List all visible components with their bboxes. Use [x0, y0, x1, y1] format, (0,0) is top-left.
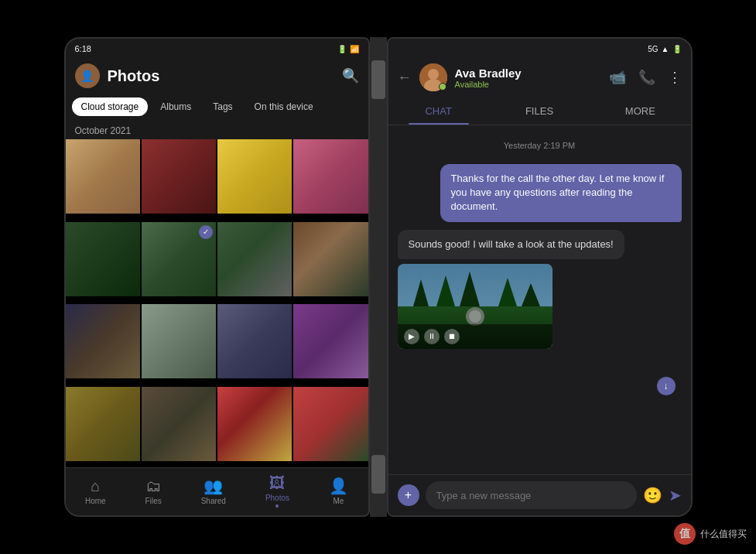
photo-cell[interactable]: [142, 387, 216, 461]
photo-cell[interactable]: [293, 222, 368, 296]
chat-area: Yesterday 2:19 PM Thanks for the call th…: [388, 125, 691, 474]
more-options-icon[interactable]: ⋮: [668, 69, 682, 86]
hinge-top-connector: [371, 60, 385, 99]
tab-albums[interactable]: Albums: [151, 97, 200, 116]
nav-photos-label: Photos: [265, 494, 289, 502]
nav-me-label: Me: [334, 497, 344, 505]
online-status-dot: [439, 83, 446, 91]
date-section: October 2021: [66, 119, 368, 139]
photo-cell[interactable]: [66, 139, 140, 214]
tab-more[interactable]: MORE: [590, 97, 690, 125]
svg-point-1: [428, 69, 439, 80]
photo-cell[interactable]: [217, 304, 292, 378]
message-sent: Thanks for the call the other day. Let m…: [440, 164, 682, 222]
chat-messages: Yesterday 2:19 PM Thanks for the call th…: [398, 135, 682, 439]
received-message-group: Sounds good! I will take a look at the u…: [398, 230, 682, 349]
pause-button[interactable]: ⏸: [424, 329, 440, 344]
stop-button[interactable]: ⏹: [444, 329, 460, 344]
photo-selected-check: ✓: [199, 225, 213, 239]
chat-add-button[interactable]: +: [398, 484, 419, 506]
nav-files[interactable]: 🗂 Files: [145, 477, 162, 505]
tab-files[interactable]: FILES: [489, 97, 590, 125]
contact-avatar-wrapper: [419, 63, 447, 91]
contact-name: Ava Bradley: [455, 67, 522, 80]
left-time: 6:18: [75, 44, 91, 53]
home-icon: ⌂: [91, 477, 100, 495]
photo-cell[interactable]: [217, 387, 292, 461]
photo-cell[interactable]: [293, 304, 368, 378]
teams-header-right: 📹 📞 ⋮: [609, 69, 682, 86]
play-button[interactable]: ▶: [404, 329, 419, 344]
photos-icon: 🖼: [269, 474, 285, 492]
left-status-icons: 🔋 📶: [337, 45, 359, 53]
voice-call-icon[interactable]: 📞: [638, 69, 655, 86]
scroll-down-indicator[interactable]: ↓: [657, 377, 676, 395]
photos-header: 👤 Photos 🔍: [66, 57, 368, 94]
right-wifi-icon: ▲: [662, 45, 669, 53]
photo-cell[interactable]: [66, 387, 140, 461]
message-timestamp: Yesterday 2:19 PM: [398, 141, 682, 150]
left-panel: 6:18 🔋 📶 👤 Photos 🔍 Cloud storage Albums…: [64, 37, 370, 517]
nav-home[interactable]: ⌂ Home: [85, 477, 106, 505]
photo-cell[interactable]: [66, 222, 140, 296]
video-call-icon[interactable]: 📹: [609, 69, 626, 86]
battery-icon: 🔋: [337, 45, 347, 53]
photo-cell[interactable]: [142, 139, 216, 214]
emoji-button[interactable]: 🙂: [643, 486, 662, 504]
contact-status: Available: [455, 80, 522, 89]
video-controls-overlay: ▶ ⏸ ⏹: [398, 324, 552, 349]
files-icon: 🗂: [145, 477, 161, 495]
nav-photos[interactable]: 🖼 Photos: [265, 474, 289, 508]
nav-shared[interactable]: 👥 Shared: [201, 477, 226, 505]
photo-grid: ✓: [66, 139, 368, 467]
photo-cell[interactable]: [293, 387, 368, 461]
teams-header: ←: [388, 57, 691, 97]
photos-title: Photos: [108, 67, 160, 85]
message-received: Sounds good! I will take a look at the u…: [398, 230, 624, 259]
received-message-text: Sounds good! I will take a look at the u…: [409, 238, 614, 250]
chat-input-area: + 🙂 ➤: [388, 474, 691, 515]
teams-tabs: CHAT FILES MORE: [388, 97, 691, 125]
nav-home-label: Home: [85, 497, 106, 505]
sent-message-text: Thanks for the call the other day. Let m…: [451, 173, 665, 212]
right-panel: 5G ▲ 🔋 ←: [387, 37, 693, 517]
tab-tags[interactable]: Tags: [204, 97, 241, 116]
tab-chat[interactable]: CHAT: [388, 97, 489, 125]
search-button[interactable]: 🔍: [342, 67, 359, 84]
photos-title-area: 👤 Photos: [75, 63, 160, 88]
svg-point-11: [469, 310, 481, 323]
photo-cell[interactable]: [66, 304, 140, 378]
watermark-text: 什么值得买: [700, 528, 747, 541]
left-status-bar: 6:18 🔋 📶: [66, 39, 368, 57]
shared-icon: 👥: [204, 477, 223, 495]
photo-cell[interactable]: [217, 139, 292, 214]
chat-input[interactable]: [426, 481, 637, 509]
back-button[interactable]: ←: [398, 70, 412, 86]
bottom-nav: ⌂ Home 🗂 Files 👥 Shared 🖼 Photos �: [66, 467, 368, 515]
signal-5g: 5G: [648, 45, 658, 53]
right-status-bar: 5G ▲ 🔋: [388, 39, 691, 57]
nav-shared-label: Shared: [201, 497, 226, 505]
photos-tabs: Cloud storage Albums Tags On this device: [66, 94, 368, 119]
nav-active-indicator: [275, 504, 279, 508]
wifi-icon: 📶: [350, 45, 359, 53]
right-battery-icon: 🔋: [672, 45, 682, 53]
nav-me[interactable]: 👤 Me: [329, 477, 348, 505]
user-avatar[interactable]: 👤: [75, 63, 100, 88]
photo-cell[interactable]: [217, 222, 292, 296]
device-hinge: [370, 37, 387, 517]
contact-info: Ava Bradley Available: [455, 67, 522, 89]
photo-cell[interactable]: [293, 139, 368, 214]
tab-cloud-storage[interactable]: Cloud storage: [72, 97, 149, 116]
send-button[interactable]: ➤: [669, 486, 682, 504]
photo-cell[interactable]: ✓: [142, 222, 216, 296]
hinge-bottom-connector: [371, 455, 385, 494]
me-icon: 👤: [329, 477, 348, 495]
photo-cell[interactable]: [142, 304, 216, 378]
tab-on-device[interactable]: On this device: [245, 97, 323, 116]
video-attachment[interactable]: ▶ ⏸ ⏹: [398, 264, 552, 349]
watermark-icon: 值: [674, 523, 696, 545]
watermark: 值 什么值得买: [674, 523, 747, 545]
nav-files-label: Files: [145, 497, 162, 505]
teams-header-left: ←: [398, 63, 522, 91]
